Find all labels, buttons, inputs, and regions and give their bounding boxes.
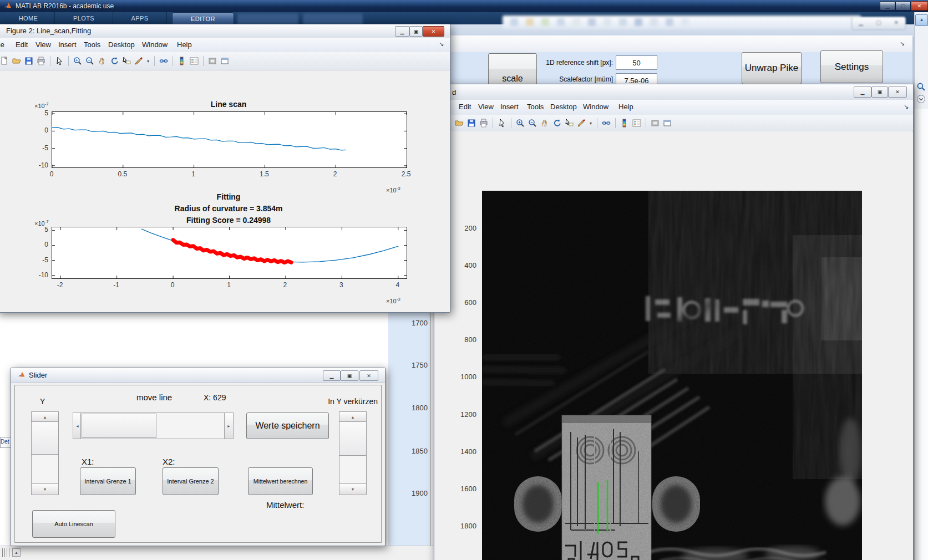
tab-ghost-blurred-1[interactable] (237, 13, 298, 24)
main-maximize-button[interactable]: ▢ (895, 1, 911, 11)
fr-menu-edit[interactable]: Edit (459, 103, 471, 111)
figure-right-close-button[interactable]: ✕ (888, 86, 907, 98)
interval-limit-2-button[interactable]: Interval Grenze 2 (163, 467, 219, 495)
auto-linescan-button[interactable]: Auto Linescan (32, 510, 115, 538)
fr-menu-tools[interactable]: Tools (527, 103, 544, 111)
fr-menu-help[interactable]: Help (618, 103, 633, 111)
tab-plots[interactable]: PLOTS (55, 12, 113, 24)
shorten-y-thumb[interactable] (339, 421, 367, 456)
rotate-3d-icon[interactable] (552, 118, 562, 128)
chevron-down-circle-icon[interactable] (916, 94, 926, 106)
save-icon[interactable] (24, 56, 34, 66)
f2-menu-desktop[interactable]: Desktop (108, 40, 135, 49)
pointer-tool-icon[interactable] (54, 56, 64, 66)
left-ear-structure (514, 476, 562, 532)
f2-menu-file[interactable]: File (0, 40, 4, 49)
fr-menu-view[interactable]: View (478, 103, 494, 111)
f2-menu-tools[interactable]: Tools (84, 40, 100, 49)
dock-figure-arrow-icon[interactable]: ↘ (900, 40, 905, 47)
rotate-3d-icon[interactable] (109, 56, 119, 66)
fr-menu-window[interactable]: Window (583, 103, 608, 111)
print-icon[interactable] (36, 56, 46, 66)
image-y-tick-label: 1200 (451, 410, 476, 418)
move-line-right-button[interactable]: ► (224, 413, 234, 439)
unwrap-pike-button[interactable]: Unwrap Pike (742, 52, 802, 84)
pan-hand-icon[interactable] (540, 118, 550, 128)
print-icon[interactable] (479, 118, 489, 128)
y-slider-down-button[interactable]: ▼ (31, 483, 59, 495)
tab-ghost-blurred-2[interactable] (303, 13, 363, 24)
figure2-toolbar: ▾ (0, 52, 450, 70)
f2-menu-help[interactable]: Help (177, 40, 192, 49)
link-plot-icon[interactable] (159, 56, 169, 66)
main-minimize-button[interactable]: ▁ (880, 1, 895, 11)
pan-hand-icon[interactable] (97, 56, 107, 66)
grip-icon[interactable] (2, 548, 10, 557)
dock-figure-arrow-icon[interactable]: ↘ (904, 103, 909, 110)
figure-right-minimize-button[interactable]: ▁ (854, 86, 871, 98)
save-icon[interactable] (466, 118, 476, 128)
data-cursor-icon[interactable] (564, 118, 574, 128)
data-cursor-icon[interactable] (121, 56, 131, 66)
main-close-button[interactable]: ✕ (911, 1, 928, 11)
scale-button[interactable]: scale (488, 53, 537, 88)
scroll-up-button[interactable]: ▲ (915, 14, 928, 26)
slider-minimize-button[interactable]: ▁ (323, 370, 341, 381)
tab-home[interactable]: HOME (2, 12, 55, 24)
zoom-in-icon[interactable] (515, 118, 525, 128)
colorbar-icon[interactable] (620, 118, 630, 128)
brush-icon[interactable] (576, 118, 586, 128)
link-plot-icon[interactable] (601, 118, 611, 128)
f2-menu-insert[interactable]: Insert (58, 40, 77, 49)
dock-gray-icon[interactable] (650, 118, 660, 128)
plot1-axes[interactable] (52, 111, 407, 168)
brush-icon[interactable] (134, 56, 144, 66)
zoom-out-icon[interactable] (85, 56, 95, 66)
figure-right-titlebar[interactable]: d ▁ ▣ ✕ (434, 84, 913, 100)
dock-figure-arrow-icon[interactable]: ↘ (439, 40, 444, 48)
zoom-in-icon[interactable] (73, 56, 83, 66)
panel-collapse-button[interactable]: ▲ (12, 548, 21, 557)
shorten-y-down-button[interactable]: ▼ (339, 483, 367, 495)
save-values-button[interactable]: Werte speichern (246, 413, 329, 439)
dock-white-icon[interactable] (662, 118, 672, 128)
figure-right-restore-button[interactable]: ▣ (871, 86, 888, 98)
interferogram-image[interactable] (482, 191, 862, 560)
open-icon[interactable] (12, 56, 22, 66)
slider-restore-button[interactable]: ▣ (341, 370, 358, 381)
plot2-x-exponent: ×10-3 (386, 297, 400, 304)
y-tick-label: 0 (29, 241, 48, 248)
new-figure-icon[interactable] (0, 56, 9, 66)
legend-icon[interactable] (189, 56, 199, 66)
fr-menu-insert[interactable]: Insert (500, 103, 519, 111)
tab-apps[interactable]: APPS (113, 12, 167, 24)
legend-icon[interactable] (632, 118, 642, 128)
interval-limit-1-button[interactable]: Interval Grenze 1 (80, 467, 136, 495)
pointer-tool-icon[interactable] (497, 118, 507, 128)
dock-white-icon[interactable] (220, 56, 230, 66)
colorbar-icon[interactable] (177, 56, 187, 66)
y-slider-thumb[interactable] (31, 421, 59, 455)
slider-titlebar[interactable]: Slider ▁ ▣ ✕ (11, 368, 385, 383)
brush-dropdown-icon[interactable]: ▾ (589, 118, 593, 128)
zoom-out-icon[interactable] (528, 118, 537, 128)
compute-mean-button[interactable]: Mittelwert berechnen (248, 467, 313, 495)
f2-menu-window[interactable]: Window (142, 40, 168, 49)
f2-menu-edit[interactable]: Edit (16, 40, 28, 49)
move-line-thumb[interactable] (82, 414, 156, 438)
figure2-minimize-button[interactable]: ▁ (395, 26, 409, 37)
open-icon[interactable] (454, 118, 464, 128)
f2-menu-view[interactable]: View (36, 40, 51, 49)
figure2-restore-button[interactable]: ▣ (409, 26, 423, 37)
figure2-titlebar[interactable]: Figure 2: Line_scan,Fitting ▁ ▣ ✕ (0, 24, 450, 38)
fr-menu-desktop[interactable]: Desktop (550, 103, 577, 111)
figure2-close-button[interactable]: ✕ (423, 26, 444, 37)
ref-shift-input[interactable]: 50 (616, 55, 657, 70)
brush-dropdown-icon[interactable]: ▾ (146, 56, 150, 66)
search-icon[interactable] (916, 82, 926, 94)
background-window-caption-buttons-blurred[interactable]: ▁▢✕ (851, 17, 906, 30)
dock-gray-icon[interactable] (207, 56, 217, 66)
plot2-axes[interactable] (52, 227, 407, 279)
settings-button[interactable]: Settings (820, 50, 883, 83)
slider-close-button[interactable]: ✕ (359, 370, 378, 381)
